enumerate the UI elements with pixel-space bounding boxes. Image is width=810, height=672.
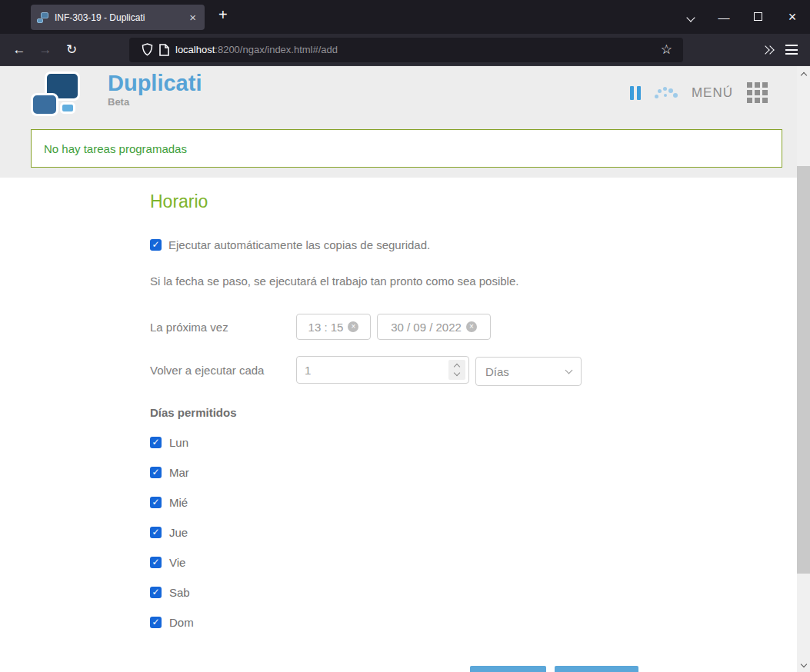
- url-path: :8200/ngax/index.html#/add: [215, 44, 338, 55]
- previous-button[interactable]: < Anterior: [470, 666, 546, 672]
- page: Duplicati Beta MENÚ: [0, 65, 810, 672]
- allowed-days-list: ✓ Lun ✓ Mar ✓ Mié ✓ Jue ✓ Vie ✓ Sab ✓ Do…: [150, 436, 646, 629]
- day-label[interactable]: Mar: [169, 466, 189, 479]
- allowed-days-heading: Días permitidos: [150, 406, 646, 419]
- day-checkbox[interactable]: ✓: [150, 497, 162, 508]
- url-host: localhost: [175, 44, 215, 55]
- pause-icon[interactable]: [630, 86, 641, 100]
- number-stepper[interactable]: [448, 360, 465, 380]
- repeat-label: Volver a ejecutar cada: [150, 364, 296, 377]
- next-time-label: La próxima vez: [150, 321, 296, 334]
- duplicati-logo-icon: [31, 72, 82, 116]
- day-label[interactable]: Vie: [169, 556, 185, 569]
- day-checkbox[interactable]: ✓: [150, 527, 162, 538]
- menu-hamburger-icon[interactable]: [785, 45, 798, 55]
- scrollbar-thumb[interactable]: [797, 166, 810, 574]
- scroll-down-arrow-icon[interactable]: [797, 659, 810, 671]
- auto-run-checkbox[interactable]: ✓: [150, 239, 162, 251]
- schedule-note: Si la fecha se paso, se ejecutará el tra…: [150, 274, 646, 288]
- next-time-value: 13 : 15: [308, 321, 344, 334]
- next-date-value: 30 / 09 / 2022: [391, 321, 462, 334]
- reload-button[interactable]: ↻: [58, 42, 85, 58]
- url-text[interactable]: localhost:8200/ngax/index.html#/add: [175, 44, 658, 55]
- repeat-interval-input[interactable]: [305, 364, 448, 377]
- day-label[interactable]: Jue: [169, 526, 188, 539]
- repeat-unit-select[interactable]: Días: [475, 357, 582, 386]
- status-banner: No hay tareas programadas: [31, 129, 782, 168]
- window-maximize-button[interactable]: [754, 10, 762, 24]
- day-checkbox-row: ✓ Mié: [150, 496, 646, 509]
- apps-grid-icon[interactable]: [747, 82, 768, 103]
- day-label[interactable]: Mié: [169, 496, 188, 509]
- day-checkbox[interactable]: ✓: [150, 617, 162, 628]
- day-label[interactable]: Sab: [169, 586, 190, 599]
- back-button[interactable]: ←: [6, 42, 32, 58]
- select-chevron-icon: [565, 367, 573, 374]
- tab-list-chevron-icon[interactable]: [688, 10, 694, 24]
- auto-run-label[interactable]: Ejecutar automáticamente las copias de s…: [168, 238, 430, 251]
- browser-titlebar: INF-303-19 - Duplicati × + — ×: [0, 0, 810, 34]
- scrollbar[interactable]: [797, 66, 810, 672]
- day-label[interactable]: Dom: [169, 616, 194, 629]
- shield-icon[interactable]: [142, 43, 153, 56]
- bookmark-star-icon[interactable]: ☆: [658, 42, 675, 58]
- day-checkbox-row: ✓ Vie: [150, 556, 646, 569]
- clear-date-icon[interactable]: ×: [466, 321, 477, 332]
- browser-navbar: ← → ↻ localhost:8200/ngax/index.html#/ad…: [0, 34, 810, 65]
- clear-time-icon[interactable]: ×: [348, 321, 358, 332]
- app-subtitle: Beta: [108, 96, 202, 108]
- duplicati-favicon-icon: [37, 12, 49, 23]
- day-checkbox-row: ✓ Jue: [150, 526, 646, 539]
- app-header: Duplicati Beta MENÚ: [0, 66, 797, 178]
- scroll-up-arrow-icon[interactable]: [797, 68, 810, 80]
- repeat-interval-field: [296, 356, 469, 384]
- day-checkbox-row: ✓ Dom: [150, 616, 646, 629]
- window-minimize-button[interactable]: —: [714, 11, 734, 24]
- activity-throbber-icon: [655, 85, 678, 101]
- schedule-form: Horario ✓ Ejecutar automáticamente las c…: [0, 178, 646, 672]
- day-checkbox-row: ✓ Sab: [150, 586, 646, 599]
- status-banner-text: No hay tareas programadas: [44, 142, 187, 155]
- next-date-input[interactable]: 30 / 09 / 2022 ×: [377, 314, 491, 340]
- app-title: Duplicati: [108, 72, 202, 96]
- next-time-input[interactable]: 13 : 15 ×: [296, 314, 371, 340]
- tab-title: INF-303-19 - Duplicati: [55, 12, 187, 23]
- day-checkbox-row: ✓ Lun: [150, 436, 646, 449]
- tab-close-icon[interactable]: ×: [187, 11, 198, 24]
- url-bar[interactable]: localhost:8200/ngax/index.html#/add ☆: [129, 38, 683, 62]
- day-checkbox[interactable]: ✓: [150, 437, 162, 448]
- browser-tab[interactable]: INF-303-19 - Duplicati ×: [31, 5, 205, 30]
- day-checkbox-row: ✓ Mar: [150, 466, 646, 479]
- menu-button[interactable]: MENÚ: [692, 85, 733, 101]
- page-title: Horario: [150, 191, 646, 212]
- next-button[interactable]: Siguiente >: [555, 666, 638, 672]
- window-close-button[interactable]: ×: [782, 9, 802, 25]
- day-checkbox[interactable]: ✓: [150, 467, 162, 478]
- day-checkbox[interactable]: ✓: [150, 587, 162, 598]
- forward-button[interactable]: →: [32, 42, 58, 58]
- page-info-icon[interactable]: [159, 44, 169, 56]
- repeat-unit-value: Días: [485, 365, 566, 378]
- new-tab-button[interactable]: +: [212, 6, 234, 24]
- day-checkbox[interactable]: ✓: [150, 557, 162, 568]
- day-label[interactable]: Lun: [169, 436, 188, 449]
- overflow-chevrons-icon[interactable]: [765, 47, 773, 53]
